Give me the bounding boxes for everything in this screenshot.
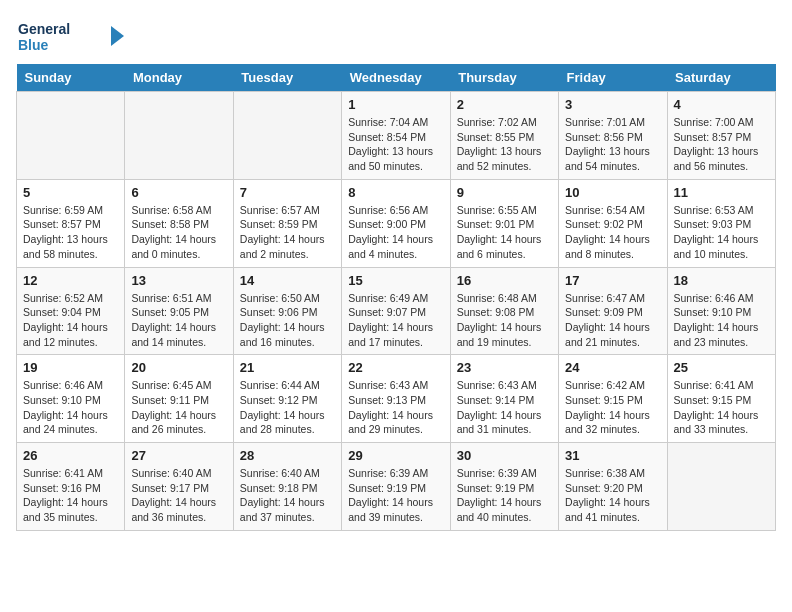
- cell-content: Sunrise: 6:54 AM Sunset: 9:02 PM Dayligh…: [565, 203, 660, 262]
- calendar-cell: [125, 92, 233, 180]
- calendar-cell: 12 Sunrise: 6:52 AM Sunset: 9:04 PM Dayl…: [17, 267, 125, 355]
- calendar-week-row: 1 Sunrise: 7:04 AM Sunset: 8:54 PM Dayli…: [17, 92, 776, 180]
- daylight-text: Daylight: 14 hours and 0 minutes.: [131, 233, 216, 260]
- sunrise-text: Sunrise: 6:52 AM: [23, 292, 103, 304]
- sunrise-text: Sunrise: 6:53 AM: [674, 204, 754, 216]
- calendar-cell: [17, 92, 125, 180]
- sunset-text: Sunset: 9:15 PM: [674, 394, 752, 406]
- calendar-cell: 7 Sunrise: 6:57 AM Sunset: 8:59 PM Dayli…: [233, 179, 341, 267]
- sunrise-text: Sunrise: 6:41 AM: [674, 379, 754, 391]
- calendar-cell: 20 Sunrise: 6:45 AM Sunset: 9:11 PM Dayl…: [125, 355, 233, 443]
- cell-content: Sunrise: 6:57 AM Sunset: 8:59 PM Dayligh…: [240, 203, 335, 262]
- sunset-text: Sunset: 9:05 PM: [131, 306, 209, 318]
- daylight-text: Daylight: 14 hours and 31 minutes.: [457, 409, 542, 436]
- sunrise-text: Sunrise: 6:44 AM: [240, 379, 320, 391]
- sunrise-text: Sunrise: 6:59 AM: [23, 204, 103, 216]
- daylight-text: Daylight: 14 hours and 19 minutes.: [457, 321, 542, 348]
- cell-content: Sunrise: 6:50 AM Sunset: 9:06 PM Dayligh…: [240, 291, 335, 350]
- day-number: 5: [23, 185, 118, 200]
- daylight-text: Daylight: 14 hours and 29 minutes.: [348, 409, 433, 436]
- sunrise-text: Sunrise: 7:04 AM: [348, 116, 428, 128]
- calendar-cell: 22 Sunrise: 6:43 AM Sunset: 9:13 PM Dayl…: [342, 355, 450, 443]
- sunset-text: Sunset: 9:04 PM: [23, 306, 101, 318]
- daylight-text: Daylight: 14 hours and 24 minutes.: [23, 409, 108, 436]
- day-number: 4: [674, 97, 769, 112]
- cell-content: Sunrise: 6:40 AM Sunset: 9:17 PM Dayligh…: [131, 466, 226, 525]
- calendar-cell: 18 Sunrise: 6:46 AM Sunset: 9:10 PM Dayl…: [667, 267, 775, 355]
- day-number: 27: [131, 448, 226, 463]
- day-number: 18: [674, 273, 769, 288]
- sunset-text: Sunset: 9:12 PM: [240, 394, 318, 406]
- sunrise-text: Sunrise: 6:45 AM: [131, 379, 211, 391]
- calendar-cell: 4 Sunrise: 7:00 AM Sunset: 8:57 PM Dayli…: [667, 92, 775, 180]
- weekday-header-monday: Monday: [125, 64, 233, 92]
- sunset-text: Sunset: 8:58 PM: [131, 218, 209, 230]
- cell-content: Sunrise: 7:02 AM Sunset: 8:55 PM Dayligh…: [457, 115, 552, 174]
- calendar-cell: 1 Sunrise: 7:04 AM Sunset: 8:54 PM Dayli…: [342, 92, 450, 180]
- sunset-text: Sunset: 9:17 PM: [131, 482, 209, 494]
- day-number: 30: [457, 448, 552, 463]
- calendar-cell: 13 Sunrise: 6:51 AM Sunset: 9:05 PM Dayl…: [125, 267, 233, 355]
- cell-content: Sunrise: 6:56 AM Sunset: 9:00 PM Dayligh…: [348, 203, 443, 262]
- day-number: 29: [348, 448, 443, 463]
- cell-content: Sunrise: 6:41 AM Sunset: 9:16 PM Dayligh…: [23, 466, 118, 525]
- sunrise-text: Sunrise: 6:58 AM: [131, 204, 211, 216]
- cell-content: Sunrise: 7:01 AM Sunset: 8:56 PM Dayligh…: [565, 115, 660, 174]
- daylight-text: Daylight: 13 hours and 54 minutes.: [565, 145, 650, 172]
- sunset-text: Sunset: 9:08 PM: [457, 306, 535, 318]
- daylight-text: Daylight: 14 hours and 8 minutes.: [565, 233, 650, 260]
- day-number: 17: [565, 273, 660, 288]
- calendar-cell: 9 Sunrise: 6:55 AM Sunset: 9:01 PM Dayli…: [450, 179, 558, 267]
- sunset-text: Sunset: 8:57 PM: [23, 218, 101, 230]
- sunrise-text: Sunrise: 6:38 AM: [565, 467, 645, 479]
- day-number: 3: [565, 97, 660, 112]
- calendar-cell: 31 Sunrise: 6:38 AM Sunset: 9:20 PM Dayl…: [559, 443, 667, 531]
- calendar-cell: 23 Sunrise: 6:43 AM Sunset: 9:14 PM Dayl…: [450, 355, 558, 443]
- sunrise-text: Sunrise: 6:54 AM: [565, 204, 645, 216]
- calendar-cell: 14 Sunrise: 6:50 AM Sunset: 9:06 PM Dayl…: [233, 267, 341, 355]
- sunrise-text: Sunrise: 6:49 AM: [348, 292, 428, 304]
- weekday-header-sunday: Sunday: [17, 64, 125, 92]
- calendar-week-row: 12 Sunrise: 6:52 AM Sunset: 9:04 PM Dayl…: [17, 267, 776, 355]
- daylight-text: Daylight: 14 hours and 26 minutes.: [131, 409, 216, 436]
- cell-content: Sunrise: 6:49 AM Sunset: 9:07 PM Dayligh…: [348, 291, 443, 350]
- sunset-text: Sunset: 8:55 PM: [457, 131, 535, 143]
- cell-content: Sunrise: 6:46 AM Sunset: 9:10 PM Dayligh…: [23, 378, 118, 437]
- sunset-text: Sunset: 9:19 PM: [348, 482, 426, 494]
- page-header: General Blue: [16, 16, 776, 56]
- calendar-cell: 25 Sunrise: 6:41 AM Sunset: 9:15 PM Dayl…: [667, 355, 775, 443]
- cell-content: Sunrise: 6:43 AM Sunset: 9:13 PM Dayligh…: [348, 378, 443, 437]
- day-number: 1: [348, 97, 443, 112]
- sunset-text: Sunset: 9:10 PM: [674, 306, 752, 318]
- calendar-cell: 28 Sunrise: 6:40 AM Sunset: 9:18 PM Dayl…: [233, 443, 341, 531]
- day-number: 7: [240, 185, 335, 200]
- cell-content: Sunrise: 6:59 AM Sunset: 8:57 PM Dayligh…: [23, 203, 118, 262]
- calendar-cell: 6 Sunrise: 6:58 AM Sunset: 8:58 PM Dayli…: [125, 179, 233, 267]
- daylight-text: Daylight: 13 hours and 56 minutes.: [674, 145, 759, 172]
- sunset-text: Sunset: 8:56 PM: [565, 131, 643, 143]
- calendar-cell: 2 Sunrise: 7:02 AM Sunset: 8:55 PM Dayli…: [450, 92, 558, 180]
- weekday-header-wednesday: Wednesday: [342, 64, 450, 92]
- sunrise-text: Sunrise: 6:47 AM: [565, 292, 645, 304]
- sunrise-text: Sunrise: 6:40 AM: [240, 467, 320, 479]
- day-number: 8: [348, 185, 443, 200]
- cell-content: Sunrise: 6:46 AM Sunset: 9:10 PM Dayligh…: [674, 291, 769, 350]
- sunrise-text: Sunrise: 6:51 AM: [131, 292, 211, 304]
- day-number: 26: [23, 448, 118, 463]
- cell-content: Sunrise: 6:42 AM Sunset: 9:15 PM Dayligh…: [565, 378, 660, 437]
- day-number: 11: [674, 185, 769, 200]
- cell-content: Sunrise: 6:44 AM Sunset: 9:12 PM Dayligh…: [240, 378, 335, 437]
- svg-text:General: General: [18, 21, 70, 37]
- sunrise-text: Sunrise: 6:43 AM: [457, 379, 537, 391]
- daylight-text: Daylight: 14 hours and 28 minutes.: [240, 409, 325, 436]
- weekday-header-thursday: Thursday: [450, 64, 558, 92]
- calendar-cell: 19 Sunrise: 6:46 AM Sunset: 9:10 PM Dayl…: [17, 355, 125, 443]
- day-number: 16: [457, 273, 552, 288]
- daylight-text: Daylight: 14 hours and 10 minutes.: [674, 233, 759, 260]
- sunset-text: Sunset: 9:20 PM: [565, 482, 643, 494]
- cell-content: Sunrise: 6:40 AM Sunset: 9:18 PM Dayligh…: [240, 466, 335, 525]
- sunrise-text: Sunrise: 6:39 AM: [457, 467, 537, 479]
- logo: General Blue: [16, 16, 126, 56]
- sunrise-text: Sunrise: 6:46 AM: [23, 379, 103, 391]
- sunset-text: Sunset: 8:59 PM: [240, 218, 318, 230]
